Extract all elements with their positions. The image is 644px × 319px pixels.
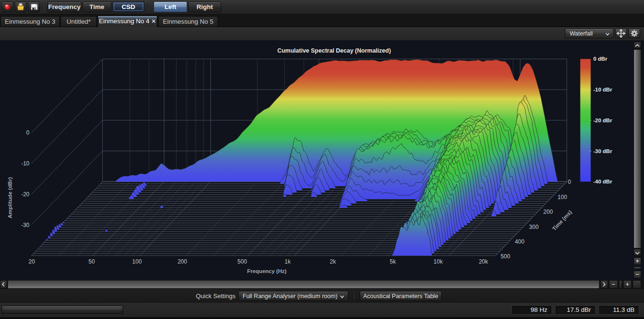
svg-text:10k: 10k (434, 258, 443, 265)
svg-text:0 dBr: 0 dBr (593, 56, 608, 62)
svg-text:2k: 2k (330, 258, 336, 265)
svg-text:-20: -20 (21, 191, 30, 198)
svg-text:Cumulative Spectral Decay (Nor: Cumulative Spectral Decay (Normalized) (277, 47, 391, 54)
svg-text:5k: 5k (390, 258, 396, 265)
svg-text:Frequency (Hz): Frequency (Hz) (247, 268, 286, 274)
svg-text:400: 400 (515, 238, 525, 245)
svg-text:100: 100 (132, 258, 142, 265)
svg-text:500: 500 (501, 253, 510, 260)
svg-text:-10: -10 (21, 160, 30, 167)
svg-text:300: 300 (529, 224, 539, 230)
svg-text:-10 dBr: -10 dBr (593, 87, 612, 92)
svg-text:20: 20 (28, 258, 35, 265)
svg-text:20k: 20k (479, 258, 488, 265)
svg-text:0: 0 (26, 129, 29, 136)
svg-text:-40 dBr: -40 dBr (593, 179, 612, 184)
svg-text:500: 500 (237, 258, 247, 265)
svg-text:200: 200 (544, 209, 553, 215)
svg-text:50: 50 (89, 258, 95, 265)
svg-text:-30: -30 (21, 222, 30, 228)
svg-text:0: 0 (568, 179, 571, 185)
svg-text:200: 200 (178, 258, 187, 265)
svg-text:-20 dBr: -20 dBr (593, 118, 612, 123)
svg-text:Amplitude (dBr): Amplitude (dBr) (7, 177, 13, 218)
svg-text:1k: 1k (284, 258, 291, 265)
svg-text:-30 dBr: -30 dBr (593, 148, 612, 154)
svg-text:100: 100 (558, 194, 567, 201)
